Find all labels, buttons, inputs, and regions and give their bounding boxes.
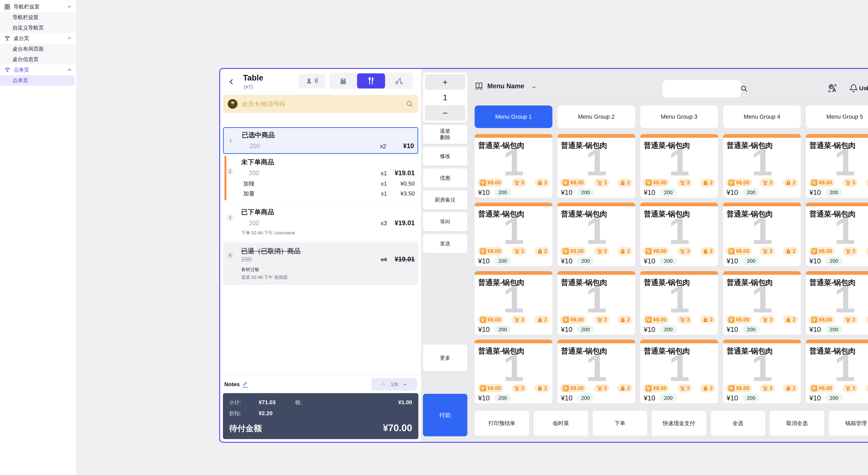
cart-count-badge: 3 [760, 315, 775, 324]
product-card[interactable]: 普通菜-锅包肉 1 V¥8.00 3 2 ¥10 200 [557, 134, 635, 198]
product-watermark: 1 [557, 212, 635, 250]
action-button[interactable]: 修改 [423, 146, 467, 166]
product-card[interactable]: 普通菜-锅包肉 1 V¥8.00 3 2 ¥10 200 [640, 340, 718, 403]
discount-label: 折扣: [229, 410, 259, 417]
back-icon[interactable] [228, 78, 235, 85]
sidebar-item-nav-settings[interactable]: 导航栏设置 [0, 12, 76, 23]
function-button[interactable]: 全选 [711, 411, 765, 436]
member-card-input[interactable] [242, 101, 406, 107]
vip-icon: V [563, 248, 569, 254]
mode-takeout-button[interactable] [329, 73, 357, 89]
product-card[interactable]: 普通菜-锅包肉 1 V¥8.00 3 2 ¥10 200 [557, 340, 635, 403]
order-item-pending[interactable]: 2 未下单商品 200 x1 ¥19.01 加辣 x1 ¥0.50 [223, 154, 418, 202]
action-button[interactable]: 退菜 删除 [423, 125, 467, 144]
person-icon [306, 77, 312, 84]
action-button[interactable]: 等叫 [423, 212, 467, 231]
product-card[interactable]: 普通菜-锅包肉 1 V¥8.00 3 2 ¥10 200 [557, 271, 635, 335]
product-price: ¥10 [726, 189, 738, 196]
takeout-bag-icon [339, 76, 348, 86]
product-watermark: 1 [475, 280, 552, 318]
bottom-function-bar: 打印预结单临时菜下单快速现金支付全选取消全选钱箱管理 [475, 411, 868, 436]
mode-dinein-button[interactable] [357, 73, 385, 89]
function-button[interactable]: 快速现金支付 [652, 411, 706, 436]
product-card[interactable]: 普通菜-锅包肉 1 V¥8.00 3 2 ¥10 200 [806, 271, 868, 335]
action-button[interactable]: 厨房备注 [423, 190, 467, 209]
sidebar-item-table-info-page[interactable]: 桌台信息页 [0, 54, 76, 65]
pager-up-button[interactable] [381, 382, 386, 386]
pager-down-button[interactable] [403, 382, 407, 386]
subtotal-label: 小计: [229, 399, 259, 406]
tab-menu-group-4[interactable]: Menu Group 4 [723, 105, 801, 128]
tab-menu-group-1[interactable]: Menu Group 1 [475, 105, 552, 128]
product-card[interactable]: 普通菜-锅包肉 1 V¥8.00 3 2 ¥10 200 [475, 134, 552, 198]
search-icon[interactable] [740, 85, 748, 93]
product-card[interactable]: 普通菜-锅包肉 1 V¥8.00 3 2 ¥10 200 [723, 340, 801, 403]
function-button[interactable]: 临时菜 [534, 411, 588, 436]
pay-button[interactable]: 付款 [423, 394, 467, 436]
bag-plus-icon [785, 180, 791, 185]
product-card[interactable]: 普通菜-锅包肉 1 V¥8.00 3 2 ¥10 200 [806, 203, 868, 266]
sidebar-group-table-page[interactable]: 桌台页 [0, 33, 76, 44]
product-price-row: ¥10 200 [557, 257, 635, 265]
cart-icon [597, 317, 602, 323]
product-card[interactable]: 普通菜-锅包肉 1 V¥8.00 3 2 ¥10 200 [475, 271, 552, 335]
vip-icon: V [811, 248, 817, 254]
function-button[interactable]: 钱箱管理 [829, 411, 868, 436]
product-badges: V¥8.00 3 2 [557, 247, 635, 256]
product-card[interactable]: 普通菜-锅包肉 1 V¥8.00 3 2 ¥10 200 [640, 271, 718, 335]
vip-price-badge: V¥8.00 [643, 384, 669, 393]
modifier-row: 加量 x1 ¥3.50 [241, 190, 415, 198]
product-badges: V¥8.00 3 2 [475, 178, 552, 187]
bag-count: 2 [710, 179, 713, 186]
order-item-selected[interactable]: 1 已选中商品 200 x2 ¥10 [223, 127, 418, 154]
tab-menu-group-3[interactable]: Menu Group 3 [640, 105, 718, 128]
edit-notes-button[interactable] [243, 381, 248, 387]
product-price-row: ¥10 200 [475, 257, 552, 265]
function-button[interactable]: 取消全选 [770, 411, 824, 436]
product-card[interactable]: 普通菜-锅包肉 1 V¥8.00 3 2 ¥10 200 [723, 203, 801, 266]
product-card[interactable]: 普通菜-锅包肉 1 V¥8.00 3 2 ¥10 200 [806, 340, 868, 403]
function-button[interactable]: 打印预结单 [475, 411, 529, 436]
cart-count-badge: 3 [594, 315, 609, 324]
vip-price-badge: V¥8.00 [477, 384, 503, 393]
product-card[interactable]: 普通菜-锅包肉 1 V¥8.00 3 2 ¥10 200 [475, 203, 552, 266]
username[interactable]: Username [859, 85, 868, 92]
product-price-row: ¥10 200 [723, 394, 801, 402]
chevron-down-icon[interactable] [531, 85, 536, 90]
sidebar-group-order-page[interactable]: 点单页 [0, 65, 76, 75]
qty-increase-button[interactable]: + [425, 74, 465, 90]
mode-delivery-button[interactable] [385, 73, 413, 89]
sidebar-item-table-layout-page[interactable]: 桌台布局页面 [0, 44, 76, 54]
bell-icon[interactable] [849, 83, 859, 93]
guest-count-button[interactable]: 8 [298, 74, 325, 88]
vip-price-badge: V¥8.00 [643, 315, 669, 324]
product-card[interactable]: 普通菜-锅包肉 1 V¥8.00 3 2 ¥10 200 [475, 340, 552, 403]
vip-price: ¥8.00 [736, 248, 749, 254]
product-price-row: ¥10 200 [475, 394, 552, 402]
function-button[interactable]: 下单 [593, 411, 647, 436]
product-card[interactable]: 普通菜-锅包肉 1 V¥8.00 3 2 ¥10 200 [640, 134, 718, 198]
tab-menu-group-5[interactable]: Menu Group 5 [806, 105, 868, 128]
product-card[interactable]: 普通菜-锅包肉 1 V¥8.00 3 2 ¥10 200 [806, 134, 868, 198]
order-item-ordered[interactable]: 3 已下单商品 200 x3 ¥19.01 下单 02:46:下午 Userna… [223, 204, 418, 240]
order-item-cancelled[interactable]: 4 已退（已取消）商品 200 x4 ¥19.01 食材过敏 退菜 02:48:… [223, 242, 418, 285]
translate-icon[interactable] [828, 83, 837, 93]
sidebar-item-custom-nav-page[interactable]: 自定义导航页 [0, 23, 76, 33]
menu-name[interactable]: Menu Name [487, 82, 524, 90]
tab-menu-group-2[interactable]: Menu Group 2 [557, 105, 635, 128]
sidebar-group-nav-settings[interactable]: 导航栏设置 [0, 1, 76, 12]
item-qty: x2 [372, 143, 386, 149]
bag-count: 2 [544, 385, 547, 392]
more-button[interactable]: 更多 [423, 344, 467, 371]
menu-search-input[interactable] [662, 86, 740, 92]
qty-decrease-button[interactable]: − [425, 105, 465, 121]
card-top-bar [557, 134, 635, 138]
action-button[interactable]: 优惠 [423, 168, 467, 188]
sidebar-item-order-page[interactable]: 点单页 [0, 75, 75, 86]
product-card[interactable]: 普通菜-锅包肉 1 V¥8.00 3 2 ¥10 200 [723, 134, 801, 198]
action-button[interactable]: 发送 [423, 234, 467, 253]
search-icon[interactable] [406, 100, 413, 108]
product-card[interactable]: 普通菜-锅包肉 1 V¥8.00 3 2 ¥10 200 [557, 203, 635, 266]
product-card[interactable]: 普通菜-锅包肉 1 V¥8.00 3 2 ¥10 200 [640, 203, 718, 266]
product-card[interactable]: 普通菜-锅包肉 1 V¥8.00 3 2 ¥10 200 [723, 271, 801, 335]
